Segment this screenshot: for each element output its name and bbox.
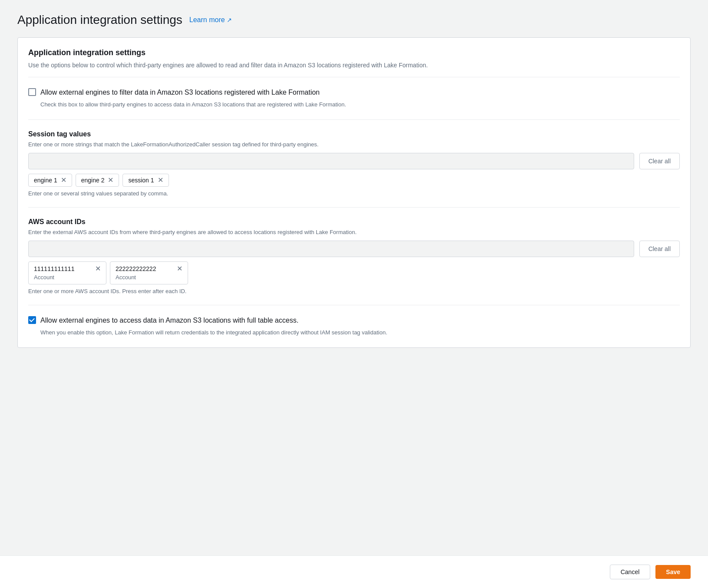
session-tag-input-row: Clear all [28,153,680,169]
card-header: Application integration settings Use the… [28,48,680,77]
page-header: Application integration settings Learn m… [17,13,691,27]
bottom-bar: Cancel Save [0,555,708,588]
external-link-icon: ↗ [227,17,232,23]
session-tag-title: Session tag values [28,130,680,138]
session-tags-container: engine 1 ✕ engine 2 ✕ session 1 ✕ [28,174,680,187]
external-engines-label[interactable]: Allow external engines to filter data in… [40,88,320,97]
account-tag-2-label: Account [116,274,182,281]
session-tag-hint: Enter one or several string values separ… [28,190,680,197]
aws-account-input-row: Clear all [28,241,680,257]
aws-account-input[interactable] [28,241,634,257]
full-table-label[interactable]: Allow external engines to access data in… [40,316,298,325]
account-tag-1-id: 111111111111 [34,265,74,272]
full-table-checkbox[interactable] [28,316,36,324]
aws-account-section: AWS account IDs Enter the external AWS a… [28,218,680,294]
main-card: Application integration settings Use the… [17,37,691,348]
tag-session1-label: session 1 [128,177,154,184]
tag-engine2-remove[interactable]: ✕ [108,177,113,184]
external-engines-checkbox[interactable] [28,88,36,96]
full-table-checkbox-row: Allow external engines to access data in… [28,316,680,325]
divider-3 [28,305,680,305]
tag-engine1-remove[interactable]: ✕ [61,177,66,184]
session-tag-input[interactable] [28,153,634,169]
tag-engine1-label: engine 1 [34,177,57,184]
session-tag-section: Session tag values Enter one or more str… [28,130,680,197]
full-table-section: Allow external engines to access data in… [28,316,680,337]
tag-session1: session 1 ✕ [122,174,169,187]
account-tag-1-remove[interactable]: ✕ [95,265,101,272]
page-title: Application integration settings [17,13,182,27]
session-tag-description: Enter one or more strings that match the… [28,141,680,149]
tag-engine1: engine 1 ✕ [28,174,72,187]
account-tag-1: 111111111111 ✕ Account [28,261,106,284]
divider-1 [28,119,680,120]
full-table-description: When you enable this option, Lake Format… [40,329,680,337]
card-description: Use the options below to control which t… [28,61,680,70]
account-tag-1-top: 111111111111 ✕ [34,265,101,272]
tag-session1-remove[interactable]: ✕ [158,177,163,184]
save-button[interactable]: Save [655,565,691,579]
account-tag-2: 222222222222 ✕ Account [110,261,188,284]
tag-engine2: engine 2 ✕ [76,174,119,187]
account-tag-1-label: Account [34,274,101,281]
external-engines-sublabel: Check this box to allow third-party engi… [40,101,680,109]
account-tag-2-id: 222222222222 [116,265,156,272]
session-tag-clear-all-button[interactable]: Clear all [639,153,680,169]
aws-account-description: Enter the external AWS account IDs from … [28,228,680,236]
aws-account-title: AWS account IDs [28,218,680,226]
external-engines-checkbox-row: Allow external engines to filter data in… [28,88,680,97]
account-tag-2-top: 222222222222 ✕ [116,265,182,272]
cancel-button[interactable]: Cancel [610,565,651,579]
page-container: Application integration settings Learn m… [0,0,708,409]
tag-engine2-label: engine 2 [81,177,105,184]
aws-account-clear-all-button[interactable]: Clear all [639,241,680,257]
card-title: Application integration settings [28,48,680,57]
aws-account-hint: Enter one or more AWS account IDs. Press… [28,288,680,294]
external-engines-section: Allow external engines to filter data in… [28,88,680,109]
divider-2 [28,207,680,208]
aws-accounts-container: 111111111111 ✕ Account 222222222222 ✕ Ac… [28,261,680,284]
account-tag-2-remove[interactable]: ✕ [177,265,182,272]
learn-more-link[interactable]: Learn more ↗ [189,16,232,24]
